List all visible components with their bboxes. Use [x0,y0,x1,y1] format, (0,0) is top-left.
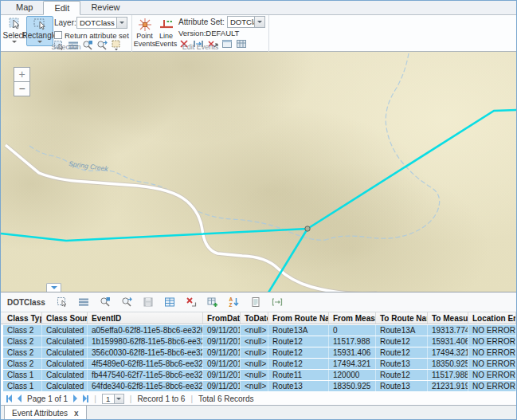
separator: | [130,394,132,403]
table-cell: 19313.774 [428,325,468,336]
table-row[interactable]: Class 2Calculated356c0030-62f8-11e5-8bc6… [3,347,516,358]
table-cell: <null> [241,381,268,391]
route-segment-west [1,229,307,241]
svg-text:A: A [229,296,233,302]
sort-icon[interactable]: AZ [229,296,240,308]
table-cell: 09/11/2015 [203,347,241,358]
column-header[interactable]: ToDate [241,312,268,324]
attribute-table-icon[interactable] [164,296,175,308]
tab-review[interactable]: Review [80,1,130,15]
route-junction-marker[interactable] [305,226,310,231]
ribbon-tab-bar: Map Edit Review [1,1,516,15]
table-cell: 0 [329,325,376,336]
table-cell: 356c0030-62f8-11e5-8bc6-ee32641d5ec9 [88,347,203,358]
separator: | [190,394,193,403]
rectangle-select-button[interactable]: Rectangle [26,16,53,46]
table-cell: Class 2 [3,336,42,347]
table-cell: 17494.321 [329,359,376,369]
selection-group: Select Rectangle Layer: DOTClass Return … [1,15,132,52]
column-header[interactable]: Class Source [42,312,88,324]
column-header[interactable]: EventID [88,312,203,324]
map-overlay: Spring Creek [1,52,516,292]
delete-record-icon[interactable] [186,296,197,308]
layer-combobox[interactable]: DOTClass [76,17,127,29]
tab-edit[interactable]: Edit [43,1,80,15]
table-cell: Route12 [268,359,329,369]
zoom-to-selection-icon[interactable] [100,296,111,308]
table-cell: Class 1 [3,370,42,380]
save-icon[interactable] [143,296,154,308]
bottom-tab-bar: Event Attributes x [1,405,516,420]
attribute-set-combobox[interactable]: DOTClass [227,16,265,28]
column-header[interactable]: Location Error [468,312,516,324]
tab-map[interactable]: Map [6,1,43,15]
pagination-bar: Page 1 of 1 | 1 | Record 1 to 6 | Total … [1,392,516,405]
table-cell: <null> [241,336,268,347]
last-page-button[interactable] [83,394,88,402]
table-cell: <null> [241,325,268,336]
table-cell: 4f5489e0-62f8-11e5-8bc6-ee32641d5ec9 [88,359,203,369]
column-header[interactable]: From Route Name [268,312,329,324]
column-header[interactable]: Class Type [3,312,42,324]
table-row[interactable]: Class 2Calculated4f5489e0-62f8-11e5-8bc6… [3,359,516,369]
measure-icon[interactable] [272,296,283,308]
table-cell: 18350.925 [428,359,468,369]
panel-collapse-button[interactable] [46,283,61,292]
table-cell: <null> [241,370,268,380]
table-cell: 18350.925 [329,381,376,391]
add-record-icon[interactable] [207,296,218,308]
map-canvas[interactable]: Spring Creek + − [1,52,516,292]
close-icon[interactable]: x [74,409,79,418]
table-cell: 09/11/2015 [203,370,241,380]
chevron-down-icon[interactable] [116,18,127,28]
table-cell: Route12 [268,347,329,358]
return-attribute-set-checkbox[interactable] [54,31,62,39]
tab-event-attributes[interactable]: Event Attributes x [4,406,87,420]
table-cell: Class 2 [3,325,42,336]
table-cell: Route12 [376,336,428,347]
page-label: Page 1 of 1 [27,394,68,403]
column-header[interactable]: From Measure [329,312,376,324]
table-row[interactable]: Class 2Calculated1b159980-62f8-11e5-8bc6… [3,336,516,347]
table-cell: 21231.919 [428,381,468,391]
menu-icon[interactable] [78,296,89,308]
table-cell: 64fde340-62f8-11e5-8bc6-ee32641d5ec9 [88,381,203,391]
record-range-label: Record 1 to 6 [137,394,185,403]
column-header[interactable]: FromDate [203,312,241,324]
table-cell: Route13 [376,359,428,369]
column-header[interactable]: To Measure [428,312,468,324]
zoom-in-button[interactable]: + [14,67,30,82]
route-lines[interactable] [1,110,516,292]
page-number-dropdown[interactable]: 1 [102,394,124,404]
column-header[interactable]: To Route Name [376,312,428,324]
table-row[interactable]: Class 1Calculatedfb447540-62f7-11e5-8bc6… [3,370,516,380]
page-number-value: 1 [103,394,114,403]
table-cell: NO ERROR [468,381,516,391]
chevron-down-icon [114,394,123,403]
chevron-down-icon[interactable] [254,17,264,27]
pan-to-selection-icon[interactable] [121,296,132,308]
total-records-label: Total 6 Records [198,394,253,403]
table-row[interactable]: Class 2Calculateda05effa0-62f8-11e5-8bc6… [3,325,516,336]
previous-page-button[interactable] [18,394,22,402]
table-cell: Calculated [42,381,88,391]
report-icon[interactable] [250,296,261,308]
event-attributes-tab-label: Event Attributes [12,409,68,418]
first-page-button[interactable] [6,394,12,402]
table-cell: Route13A [268,325,329,336]
point-events-icon [137,17,153,33]
version-text: Version:DEFAULT [178,29,239,37]
next-page-button[interactable] [73,394,77,402]
table-cell: Calculated [42,325,88,336]
table-row[interactable]: Class 1Calculated64fde340-62f8-11e5-8bc6… [3,381,516,391]
table-cell: Class 2 [3,359,42,369]
layer-label: Layer: [54,18,76,27]
table-cell: 15931.406 [329,347,376,358]
table-cell: 1b159980-62f8-11e5-8bc6-ee32641d5ec9 [88,336,203,347]
select-cursor-icon [7,17,22,31]
table-cell: NO ERROR [468,347,516,358]
table-cell: 120000 [329,370,376,380]
zoom-out-button[interactable]: − [14,81,30,96]
select-tool-icon[interactable] [57,296,68,308]
separator: | [94,394,96,403]
